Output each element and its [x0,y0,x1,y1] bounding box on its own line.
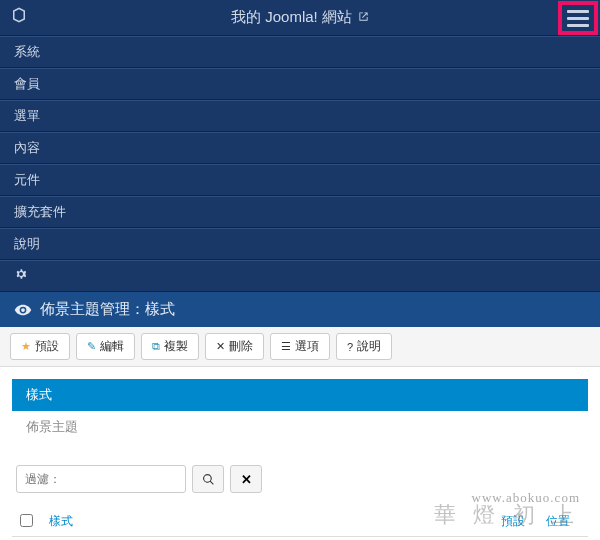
select-all-checkbox[interactable] [20,514,33,527]
table-row: 👁Beez3 - Fruit Shop ☆ 網站 [12,537,588,541]
search-button[interactable] [192,465,224,493]
tabs: 樣式 佈景主題 [12,379,588,443]
toolbar: ★預設 ✎編輯 ⧉複製 ✕刪除 ☰選項 ?說明 [0,327,600,367]
default-button[interactable]: ★預設 [10,333,70,360]
close-icon: ✕ [216,340,225,353]
menu-item-menus[interactable]: 選單 [0,100,600,132]
gear-icon [14,267,28,281]
duplicate-button[interactable]: ⧉複製 [141,333,199,360]
site-title[interactable]: 我的 Joomla! 網站 [231,8,352,27]
menu-item-components[interactable]: 元件 [0,164,600,196]
delete-button[interactable]: ✕刪除 [205,333,264,360]
page-title: 佈景主題管理：樣式 [40,300,175,319]
help-button[interactable]: ?說明 [336,333,392,360]
options-icon: ☰ [281,340,291,353]
edit-icon: ✎ [87,340,96,353]
search-icon [202,473,215,486]
menu-item-content[interactable]: 內容 [0,132,600,164]
edit-button[interactable]: ✎編輯 [76,333,135,360]
copy-icon: ⧉ [152,340,160,353]
menu-item-settings[interactable] [0,260,600,292]
menu-item-help[interactable]: 說明 [0,228,600,260]
menu-item-users[interactable]: 會員 [0,68,600,100]
eye-icon [14,301,32,319]
top-bar: 我的 Joomla! 網站 [0,0,600,36]
watermark-text: 華 燈 初 上 [434,500,581,530]
filter-input[interactable] [16,465,186,493]
help-icon: ? [347,341,353,353]
external-link-icon[interactable] [358,11,369,25]
main-menu: 系統 會員 選單 內容 元件 擴充套件 說明 [0,36,600,292]
page-header: 佈景主題管理：樣式 [0,292,600,327]
col-style[interactable]: 樣式 [41,507,488,537]
tab-templates[interactable]: 佈景主題 [12,411,588,443]
tab-styles[interactable]: 樣式 [12,379,588,411]
joomla-logo-icon [10,6,28,29]
location-cell: 網站 [538,537,588,541]
close-icon: ✕ [241,472,252,487]
options-button[interactable]: ☰選項 [270,333,330,360]
menu-item-extensions[interactable]: 擴充套件 [0,196,600,228]
filter-row: ✕ [12,465,588,493]
star-icon: ★ [21,340,31,353]
clear-button[interactable]: ✕ [230,465,262,493]
hamburger-menu-button[interactable] [562,4,594,32]
menu-item-system[interactable]: 系統 [0,36,600,68]
